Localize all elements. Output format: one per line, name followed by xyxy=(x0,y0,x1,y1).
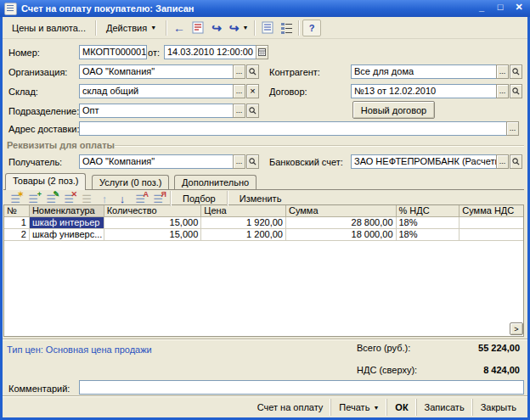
organization-label: Организация: xyxy=(8,66,67,78)
toolbar-separator xyxy=(254,20,256,36)
payee-input[interactable]: ОАО "Компания" xyxy=(79,154,237,169)
date-input[interactable]: 14.03.2010 12:00:00 xyxy=(164,45,258,59)
actions-menu-button[interactable]: Действия ▼ xyxy=(99,19,163,37)
new-contract-button[interactable]: Новый договор xyxy=(352,101,435,119)
column-header-vat-sum[interactable]: Сумма НДС xyxy=(460,205,523,217)
number-input[interactable]: МКОПТ000001 xyxy=(79,45,147,59)
minimize-button[interactable]: _ xyxy=(476,2,488,13)
warehouse-input[interactable]: склад общий xyxy=(79,84,237,98)
division-select-button[interactable]: ... xyxy=(233,104,245,118)
comment-input[interactable] xyxy=(79,380,524,395)
row-vat-percent-cell[interactable]: 18% xyxy=(397,217,460,229)
row-vat-sum-cell[interactable] xyxy=(460,229,523,241)
delivery-address-input[interactable] xyxy=(79,121,509,136)
column-header-nomenclature[interactable]: Номенклатура xyxy=(30,205,104,217)
main-toolbar: Цены и валюта... Действия ▼ ← ↪ ↪ ▼ xyxy=(3,17,527,39)
sort-ascending-button[interactable]: ☰ А xyxy=(132,191,149,206)
tab-additional[interactable]: Дополнительно xyxy=(174,175,257,190)
contract-input[interactable]: №13 от 12.02.2010 xyxy=(351,84,500,98)
counterparty-input[interactable]: Все для дома xyxy=(351,64,500,79)
toolbar-separator xyxy=(166,20,167,36)
table-scroll-right-button[interactable]: > xyxy=(510,322,523,335)
prices-currency-button[interactable]: Цены и валюта... xyxy=(5,19,93,37)
invoice-for-payment-button[interactable]: Счет на оплату xyxy=(250,399,331,416)
maximize-button[interactable]: □ xyxy=(494,2,506,13)
row-num-cell[interactable]: 2 xyxy=(4,229,30,241)
sort-descending-button[interactable]: ☰ Я xyxy=(149,191,166,206)
table-header-row: № Номенклатура Количество Цена Сумма % Н… xyxy=(4,205,523,217)
table-row[interactable]: 2 шкаф универс... 15,000 1 200,00 18 000… xyxy=(4,229,523,241)
caret-down-icon: ▼ xyxy=(150,25,156,31)
delete-row-button[interactable]: ☰ ✕ xyxy=(60,191,77,206)
bank-account-input[interactable]: ЗАО НЕФТЕПРОМБАНК (Расчетный xyxy=(351,154,500,169)
post-options-button[interactable]: ↪ ▼ xyxy=(226,20,251,36)
row-sum-cell[interactable]: 28 800,00 xyxy=(286,217,397,229)
table-row[interactable]: 1 шкаф интерьер 15,000 1 920,00 28 800,0… xyxy=(4,217,523,229)
row-quantity-cell[interactable]: 15,000 xyxy=(104,217,202,229)
edit-row-button[interactable]: ☰ ✎ xyxy=(42,191,59,206)
bank-account-select-button[interactable]: ... xyxy=(496,154,509,169)
structure-icon xyxy=(280,22,293,34)
warehouse-select-button[interactable]: ... xyxy=(233,84,245,98)
column-header-quantity[interactable]: Количество xyxy=(104,205,202,217)
add-row-button[interactable]: ☰ ✶ xyxy=(7,191,24,206)
column-header-num[interactable]: № xyxy=(4,205,30,217)
report-button[interactable] xyxy=(258,20,277,36)
row-price-cell[interactable]: 1 200,00 xyxy=(201,229,286,241)
row-nomenclature-cell-selected[interactable]: шкаф интерьер xyxy=(30,217,104,229)
close-button[interactable]: ✕ xyxy=(513,2,525,13)
organization-select-button[interactable]: ... xyxy=(233,64,245,79)
toolbar-separator xyxy=(227,191,228,206)
close-window-button[interactable]: Закрыть xyxy=(472,399,524,416)
help-button[interactable]: ? xyxy=(302,20,321,36)
row-num-cell[interactable]: 1 xyxy=(4,217,30,229)
row-quantity-cell[interactable]: 15,000 xyxy=(104,229,202,241)
move-row-down-button[interactable]: ↓ xyxy=(114,191,131,206)
pick-items-button[interactable]: Подбор xyxy=(175,190,223,207)
row-nomenclature-cell[interactable]: шкаф универс... xyxy=(30,229,104,241)
post-and-move-button[interactable]: ↪ xyxy=(207,20,226,36)
print-button[interactable]: Печать ▼ xyxy=(330,399,386,416)
warehouse-clear-button[interactable]: × xyxy=(246,84,259,98)
rows-icon: ☰ xyxy=(82,193,92,204)
delivery-address-select-button[interactable]: ... xyxy=(506,121,519,136)
counterparty-select-button[interactable]: ... xyxy=(496,64,509,79)
column-header-sum[interactable]: Сумма xyxy=(286,205,397,217)
change-items-button[interactable]: Изменить xyxy=(232,190,290,207)
tab-goods[interactable]: Товары (2 поз.) xyxy=(5,173,86,190)
contract-select-button[interactable]: ... xyxy=(496,84,509,98)
post-document-button[interactable] xyxy=(189,20,207,36)
organization-input[interactable]: ОАО "Компания" xyxy=(79,64,237,79)
counterparty-open-button[interactable] xyxy=(510,64,522,79)
calendar-button[interactable] xyxy=(256,45,268,59)
organization-open-button[interactable] xyxy=(246,64,259,79)
counterparty-label: Контрагент: xyxy=(269,66,320,78)
column-header-price[interactable]: Цена xyxy=(201,205,286,217)
ok-button[interactable]: ОК xyxy=(386,399,415,416)
reread-button[interactable]: ← xyxy=(170,20,189,36)
window-title: Счет на оплату покупателю: Записан xyxy=(21,3,195,14)
save-button[interactable]: Записать xyxy=(416,399,472,416)
arrow-up-icon: ↑ xyxy=(102,193,108,205)
row-price-cell[interactable]: 1 920,00 xyxy=(201,217,286,229)
pencil-icon: ✎ xyxy=(53,191,59,199)
row-sum-cell[interactable]: 18 000,00 xyxy=(286,229,397,241)
tab-services[interactable]: Услуги (0 поз.) xyxy=(92,175,169,190)
post-document-icon xyxy=(192,21,205,34)
division-input[interactable]: Опт xyxy=(79,104,237,118)
bank-account-open-button[interactable] xyxy=(510,154,522,169)
structure-button[interactable] xyxy=(277,20,296,36)
price-type-text[interactable]: Тип цен: Основная цена продажи xyxy=(7,344,152,356)
copy-row-button[interactable]: ☰ + xyxy=(25,191,42,206)
row-vat-percent-cell[interactable]: 18% xyxy=(397,229,460,241)
division-open-button[interactable] xyxy=(246,104,259,118)
payee-select-button[interactable]: ... xyxy=(233,154,245,169)
column-header-vat-percent[interactable]: % НДС xyxy=(397,205,460,217)
caret-down-icon: ▼ xyxy=(243,25,249,31)
move-row-up-button[interactable]: ↑ xyxy=(96,191,113,206)
toolbar-separator xyxy=(298,20,300,36)
vat-label: НДС (сверху): xyxy=(357,364,417,376)
row-vat-sum-cell[interactable] xyxy=(460,217,523,229)
contract-open-button[interactable] xyxy=(510,84,522,98)
payee-open-button[interactable] xyxy=(246,154,259,169)
